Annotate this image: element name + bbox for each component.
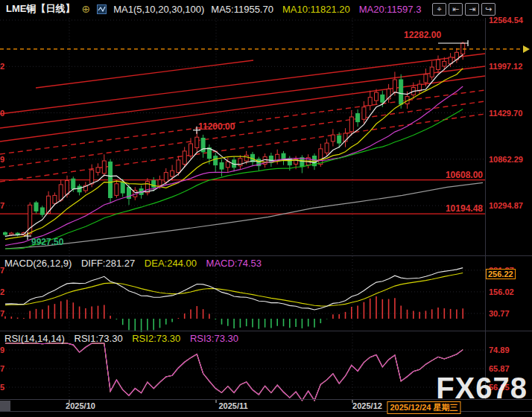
- macd-dea-value: DEA:244.00: [145, 258, 197, 269]
- ma-value-label: MA5:11955.70: [211, 4, 273, 15]
- rsi2-value: RSI2:73.30: [132, 333, 180, 344]
- macd-macd-value: MACD:74.53: [206, 258, 262, 269]
- ma-legend: MA5:11955.70MA10:11821.20MA20:11597.3: [211, 4, 430, 15]
- rsi-params-label: RSI(14,14,14): [4, 333, 65, 344]
- instrument-title: LME铜【日线】: [6, 2, 75, 16]
- ma-value-label: MA10:11821.20: [282, 4, 350, 15]
- trading-chart-window: LME铜【日线】 ⊕ MA1(5,10,20,30,100) MA5:11955…: [0, 0, 532, 417]
- watermark: FX678: [436, 372, 528, 405]
- ma-value-label: MA20:11597.3: [359, 4, 422, 15]
- rsi-panel-header: RSI(14,14,14) RSI1:73.30 RSI2:73.30 RSI3…: [4, 333, 245, 344]
- ma-settings-label: MA1(5,10,20,30,100): [113, 4, 204, 15]
- rsi3-value: RSI3:73.30: [190, 333, 238, 344]
- rsi1-value: RSI1:73.30: [75, 333, 123, 344]
- expand-icon[interactable]: ⊕: [81, 3, 90, 15]
- chart-header: LME铜【日线】 ⊕ MA1(5,10,20,30,100) MA5:11955…: [0, 0, 532, 18]
- candlestick-chart-icon[interactable]: [97, 4, 107, 14]
- macd-panel-header: MACD(26,12,9) DIFF:281.27 DEA:244.00 MAC…: [4, 258, 268, 269]
- macd-params-label: MACD(26,12,9): [4, 258, 72, 269]
- chart-canvas[interactable]: [0, 0, 532, 417]
- macd-diff-value: DIFF:281.27: [81, 258, 135, 269]
